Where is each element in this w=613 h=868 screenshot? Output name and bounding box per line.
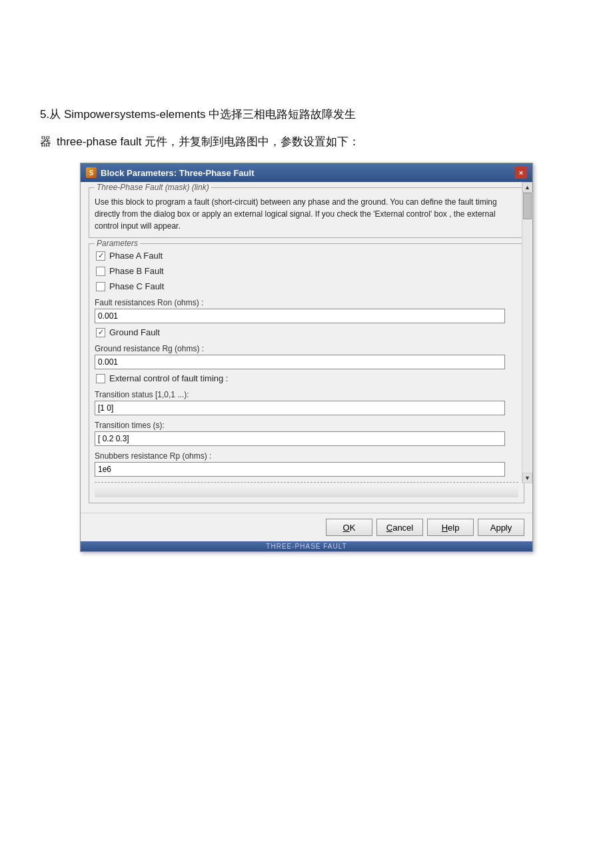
- close-button[interactable]: ×: [515, 167, 527, 179]
- ground-resistance-input[interactable]: [95, 355, 505, 369]
- phase-a-checkbox[interactable]: ✓: [96, 251, 105, 261]
- ground-fault-row: ✓ Ground Fault: [95, 325, 518, 340]
- page-heading-2-text: three-phase fault 元件，并复制到电路图中，参数设置如下：: [57, 134, 360, 149]
- external-control-checkbox[interactable]: [96, 374, 105, 383]
- parameters-group-title: Parameters: [95, 239, 140, 248]
- snubbers-label: Snubbers resistance Rp (ohms) :: [95, 451, 518, 461]
- phase-b-label: Phase B Fault: [109, 266, 164, 276]
- phase-c-checkbox[interactable]: [96, 282, 105, 291]
- scroll-up-arrow[interactable]: ▲: [522, 182, 532, 193]
- circuit-icon: 器: [40, 134, 51, 149]
- transition-status-label: Transition status [1,0,1 ...):: [95, 390, 518, 399]
- transition-times-input[interactable]: [95, 431, 505, 446]
- ok-button[interactable]: OOKK: [326, 519, 372, 536]
- group-title: Three-Phase Fault (mask) (link): [95, 183, 211, 192]
- scroll-down-arrow[interactable]: ▼: [522, 473, 532, 483]
- dialog-window: S Block Parameters: Three-Phase Fault × …: [80, 163, 533, 552]
- dialog-body: Three-Phase Fault (mask) (link) Use this…: [81, 182, 532, 513]
- page-heading-1: 5.从 Simpowersystems-elements 中选择三相电路短路故障…: [40, 107, 573, 122]
- apply-label: Apply: [490, 523, 512, 533]
- scrollbar-track: [522, 193, 532, 473]
- phase-c-label: Phase C Fault: [109, 281, 164, 291]
- fault-resistance-label: Fault resistances Ron (ohms) :: [95, 298, 518, 307]
- help-label: Help: [442, 523, 460, 533]
- phase-b-checkbox[interactable]: [96, 267, 105, 276]
- fault-resistance-input[interactable]: [95, 309, 505, 323]
- phase-c-row: Phase C Fault: [95, 279, 518, 294]
- cancel-button[interactable]: Cancel: [376, 519, 423, 536]
- phase-a-row: ✓ Phase A Fault: [95, 248, 518, 263]
- dialog-titlebar: S Block Parameters: Three-Phase Fault ×: [81, 163, 532, 182]
- dialog-footer: OOKK Cancel Help Apply: [81, 513, 532, 541]
- external-control-label: External control of fault timing :: [109, 373, 228, 383]
- scroll-fade: [95, 487, 518, 497]
- description-text: Use this block to program a fault (short…: [95, 192, 518, 232]
- description-group: Three-Phase Fault (mask) (link) Use this…: [89, 187, 524, 238]
- watermark: THREE-PHASE FAULT: [81, 541, 532, 551]
- ground-fault-label: Ground Fault: [109, 327, 160, 337]
- dialog-title: Block Parameters: Three-Phase Fault: [101, 168, 254, 178]
- dialog-app-icon: S: [86, 167, 97, 178]
- cancel-label: Cancel: [386, 523, 413, 533]
- apply-button[interactable]: Apply: [478, 519, 524, 536]
- external-control-row: External control of fault timing :: [95, 371, 518, 386]
- ground-fault-checkbox[interactable]: ✓: [96, 328, 105, 337]
- phase-a-label: Phase A Fault: [109, 251, 163, 261]
- parameters-group: Parameters ✓ Phase A Fault Phase B Fault…: [89, 243, 524, 503]
- ok-label: OOKK: [343, 523, 356, 533]
- titlebar-left: S Block Parameters: Three-Phase Fault: [86, 167, 254, 178]
- ground-resistance-label: Ground resistance Rg (ohms) :: [95, 344, 518, 353]
- scrollbar-thumb[interactable]: [523, 193, 532, 219]
- transition-times-label: Transition times (s):: [95, 421, 518, 430]
- snubbers-input[interactable]: [95, 462, 505, 477]
- page-heading-2: 器 three-phase fault 元件，并复制到电路图中，参数设置如下：: [40, 134, 573, 149]
- transition-status-input[interactable]: [95, 401, 505, 415]
- dotted-divider: [95, 482, 518, 483]
- scrollbar[interactable]: ▲ ▼: [522, 182, 532, 483]
- help-button[interactable]: Help: [427, 519, 474, 536]
- phase-b-row: Phase B Fault: [95, 263, 518, 279]
